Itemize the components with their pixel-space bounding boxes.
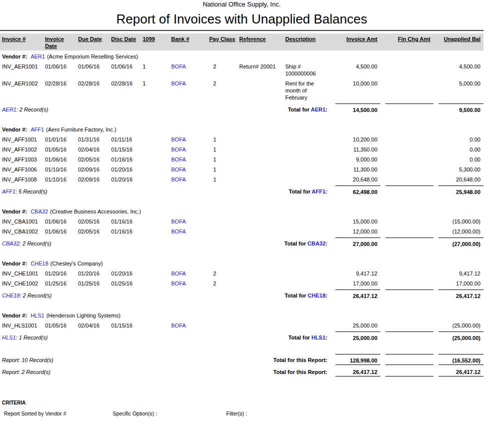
report-summary: Report: 10 Record(s)Total for this Repor… (0, 354, 483, 376)
cell-due-date: 02/28/16 (76, 78, 109, 102)
cell-description (282, 320, 330, 330)
cell-reference (235, 278, 282, 288)
cell-bank-link[interactable]: BOFA (165, 278, 205, 288)
cell-fin-chg-amt (380, 144, 433, 154)
vendor-total-invoice-amt: 26,417.12 (335, 290, 380, 300)
vendor-total-invoice-amt: 27,000.00 (335, 238, 380, 248)
cell-due-date: 01/25/16 (76, 278, 109, 288)
cell-due-date: 01/31/16 (76, 134, 109, 144)
cell-invoice-number: INV_AFF1002 (0, 144, 43, 154)
cell-bank-link[interactable]: BOFA (165, 78, 205, 102)
report-total-unapplied-bal: (16,552.00) (438, 354, 483, 365)
report-title: Report of Invoices with Unapplied Balanc… (0, 10, 483, 28)
col-header-unapplied-bal: Unapplied Bal (433, 34, 483, 50)
invoice-row: INV_AER100101/06/1601/06/1601/06/161BOFA… (0, 60, 483, 78)
cell-fin-chg-amt (380, 60, 433, 78)
cell-bank-link[interactable]: BOFA (165, 144, 205, 154)
cell-disc-date: 02/28/16 (109, 78, 141, 102)
cell-invoice-amt: 10,200.00 (330, 134, 380, 144)
vendor-total-invoice-amt: 14,500.00 (335, 104, 380, 114)
cell-bank-link[interactable]: BOFA (165, 216, 205, 226)
vendor-record-count: AFF1: 5 Record(s) (0, 186, 205, 196)
vendor-record-count: CHE18: 2 Record(s) (0, 290, 205, 300)
vendor-record-count: CBA32: 2 Record(s) (0, 238, 205, 248)
report-total-invoice-amt: 26,417.12 (335, 366, 380, 376)
cell-invoice-number: INV_AFF1008 (0, 174, 43, 184)
vendor-code-link[interactable]: HLS1 (31, 312, 45, 318)
vendor-total-invoice-amt: 25,000.00 (335, 332, 380, 342)
cell-invoice-number: INV_AFF1003 (0, 154, 43, 164)
vendor-total-row: AER1: 2 Record(s)Total for AER1:14,500.0… (0, 104, 483, 114)
cell-fin-chg-amt (380, 320, 433, 330)
cell-unapplied-bal: 4,500.00 (433, 60, 483, 78)
cell-invoice-date: 01/25/16 (43, 278, 76, 288)
cell-invoice-number: INV_AER1001 (0, 60, 43, 78)
cell-fin-chg-amt (380, 78, 433, 102)
vendor-code-link[interactable]: CBA32 (31, 208, 48, 214)
cell-bank-link[interactable]: BOFA (165, 164, 205, 174)
report-total-fin-chg-amt (385, 354, 433, 365)
cell-due-date: 02/05/16 (76, 216, 109, 226)
cell-invoice-number: INV_CBA1001 (0, 216, 43, 226)
cell-due-date: 02/09/16 (76, 174, 109, 184)
company-name: National Office Supply, Inc. (0, 0, 483, 8)
cell-due-date: 02/09/16 (76, 164, 109, 174)
cell-reference (235, 174, 282, 184)
cell-pay-class: 2 (205, 60, 235, 78)
invoice-row: INV_CHE100101/20/1601/20/1601/20/16BOFA2… (0, 268, 483, 278)
cell-pay-class: 1 (205, 164, 235, 174)
cell-invoice-amt: 10,000.00 (330, 78, 380, 102)
cell-bank-link[interactable]: BOFA (165, 60, 205, 78)
cell-bank-link[interactable]: BOFA (165, 134, 205, 144)
col-header-reference: Reference (235, 34, 282, 50)
cell-invoice-number: INV_CHE1001 (0, 268, 43, 278)
cell-reference (235, 320, 282, 330)
cell-invoice-amt: 9,000.00 (330, 154, 380, 164)
col-header-bank: Bank # (165, 34, 205, 50)
cell-bank-link[interactable]: BOFA (165, 154, 205, 164)
cell-invoice-amt: 15,000.00 (330, 216, 380, 226)
vendor-code-link[interactable]: CHE18 (31, 260, 48, 266)
cell-due-date: 02/04/16 (76, 320, 109, 330)
report-total-fin-chg-amt (385, 366, 433, 376)
report-total-row: Report: 10 Record(s)Total for this Repor… (0, 354, 483, 365)
cell-invoice-date: 01/10/16 (43, 174, 76, 184)
column-header-row: Invoice #Invoice DateDue DateDisc Date10… (0, 34, 483, 50)
cell-invoice-date: 01/06/16 (43, 60, 76, 78)
cell-bank-link[interactable]: BOFA (165, 174, 205, 184)
vendor-total-fin-chg-amt (385, 104, 433, 114)
cell-invoice-amt: 20,648.00 (330, 174, 380, 184)
vendor-record-count: AER1: 2 Record(s) (0, 104, 205, 114)
cell-bank-link[interactable]: BOFA (165, 320, 205, 330)
vendor-total-fin-chg-amt (385, 332, 433, 342)
col-header-invoice: Invoice # (0, 34, 43, 50)
report-total-unapplied-bal: 26,417.12 (438, 366, 483, 376)
cell-invoice-number: INV_AFF1006 (0, 164, 43, 174)
report-total-label: Total for this Report: (205, 366, 330, 376)
cell-pay-class: 2 (205, 78, 235, 102)
cell-invoice-date: 01/06/16 (43, 216, 76, 226)
cell-disc-date: 01/16/16 (109, 154, 141, 164)
cell-description: Ship # 1000000006 (282, 60, 330, 78)
vendor-name: (Acme Emporium Reselling Services) (47, 54, 138, 60)
vendor-section-cba32: Vendor #:CBA32(Creative Business Accesso… (0, 206, 483, 248)
cell-invoice-amt: 17,000.00 (330, 278, 380, 288)
cell-invoice-date: 01/01/16 (43, 134, 76, 144)
cell-disc-date: 01/15/16 (109, 144, 141, 154)
cell-bank-link[interactable]: BOFA (165, 268, 205, 278)
vendor-name: (Aero Furniture Factory, Inc.) (46, 126, 116, 132)
vendor-code-link[interactable]: AFF1 (31, 126, 44, 132)
cell-pay-class: 2 (205, 268, 235, 278)
cell-description (282, 226, 330, 236)
cell-bank-link[interactable]: BOFA (165, 226, 205, 236)
vendor-section-aff1: Vendor #:AFF1(Aero Furniture Factory, In… (0, 124, 483, 196)
vendor-header: Vendor #:CHE18(Chesley's Company) (0, 258, 483, 268)
cell-reference (235, 134, 282, 144)
cell-invoice-date: 01/06/16 (43, 226, 76, 236)
invoice-row: INV_AFF100801/10/1602/09/1601/20/16BOFA1… (0, 174, 483, 184)
vendor-total-label: Total for AER1: (205, 104, 330, 114)
cell-pay-class (205, 226, 235, 236)
invoice-row: INV_AER100202/28/1602/28/1602/28/161BOFA… (0, 78, 483, 102)
vendor-code-link[interactable]: AER1 (31, 54, 45, 60)
cell-invoice-amt: 11,300.00 (330, 164, 380, 174)
